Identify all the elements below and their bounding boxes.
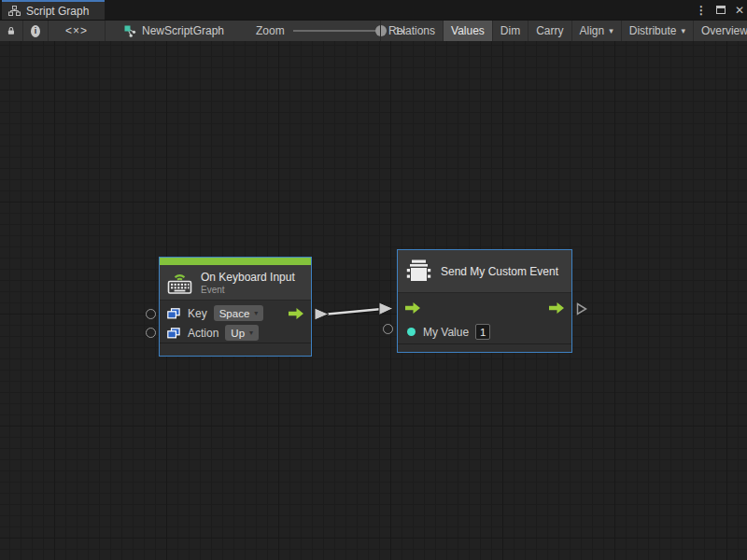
values-label: Values [451, 24, 485, 37]
node-header: Send My Custom Event [398, 250, 571, 293]
chevron-down-icon: ▾ [681, 26, 685, 35]
zoom-slider-track [293, 30, 387, 32]
node-footer [398, 343, 571, 352]
graph-name-group: NewScriptGraph [124, 21, 224, 41]
dim-label: Dim [500, 24, 520, 37]
custom-event-icon [405, 259, 432, 284]
zoom-slider[interactable] [293, 25, 387, 36]
key-dropdown[interactable]: Space ▾ [214, 305, 264, 321]
chevron-down-icon: ▾ [254, 309, 258, 317]
graph-name-label: NewScriptGraph [142, 24, 224, 37]
window-menu-icon[interactable]: ⋮ [696, 4, 707, 17]
relations-button[interactable]: Relations [380, 21, 444, 41]
align-label: Align [580, 24, 605, 37]
info-button[interactable]: i [23, 21, 48, 41]
values-button[interactable]: Values [444, 21, 493, 41]
key-dropdown-value: Space [219, 308, 250, 319]
chevron-down-icon: ▾ [249, 329, 253, 337]
dim-button[interactable]: Dim [493, 21, 529, 41]
my-value-input[interactable]: 1 [475, 324, 490, 340]
action-dropdown[interactable]: Up ▾ [225, 325, 259, 341]
clear-errors-button[interactable]: <×> [49, 21, 105, 41]
event-accent-bar [160, 258, 311, 265]
tab-script-graph[interactable]: Script Graph [2, 0, 105, 20]
maximize-icon[interactable] [716, 6, 726, 14]
variable-icon [167, 308, 180, 319]
script-graph-asset-icon [124, 25, 136, 37]
my-value-input-port[interactable] [383, 324, 393, 334]
graph-hierarchy-icon [8, 6, 21, 16]
overview-label: Overview [701, 24, 747, 37]
trigger-input-port[interactable] [405, 302, 420, 314]
action-port-row: Action Up ▾ [160, 323, 311, 343]
action-label: Action [188, 327, 218, 340]
node-title: On Keyboard Input [201, 271, 295, 284]
keyboard-target-port[interactable] [146, 309, 156, 319]
carry-button[interactable]: Carry [529, 21, 571, 41]
lock-button[interactable] [0, 21, 22, 41]
script-graph-window: Script Graph ⋮ ✕ i <×> [0, 0, 747, 560]
node-titles: On Keyboard Input Event [201, 271, 295, 295]
node-footer [160, 343, 311, 356]
toolbar-divider [105, 21, 106, 41]
node-body: Key Space ▾ Action [160, 301, 311, 343]
action-dropdown-value: Up [231, 328, 245, 339]
value-port-dot-icon[interactable] [407, 328, 416, 336]
overview-button[interactable]: Overview [694, 21, 747, 41]
connection-wire[interactable] [0, 41, 747, 560]
keyboard-target-port-2[interactable] [146, 328, 156, 338]
zoom-label: Zoom [256, 24, 285, 37]
relations-label: Relations [388, 24, 435, 37]
node-subtitle: Event [201, 285, 295, 295]
distribute-label: Distribute [629, 24, 677, 37]
carry-label: Carry [536, 24, 563, 37]
close-icon[interactable]: ✕ [735, 4, 744, 17]
view-buttons-cluster: Relations Values Dim Carry Align ▾ Distr… [380, 21, 747, 41]
trigger-output-port[interactable] [289, 308, 303, 319]
variable-icon [167, 328, 180, 339]
my-value-label: My Value [423, 326, 469, 339]
node-header: On Keyboard Input Event [160, 265, 311, 301]
node-send-my-custom-event[interactable]: Send My Custom Event My Value 1 [397, 249, 572, 353]
chevron-down-icon: ▾ [609, 26, 613, 35]
graph-toolbar: i <×> NewScriptGraph Zoom 1x [0, 20, 747, 41]
node-title: Send My Custom Event [441, 265, 558, 278]
lock-icon [7, 25, 15, 36]
node-on-keyboard-input[interactable]: On Keyboard Input Event Key Space ▾ [159, 257, 312, 357]
trigger-row [398, 296, 571, 320]
info-icon: i [31, 25, 40, 37]
tab-title: Script Graph [26, 5, 89, 18]
code-x-icon: <×> [65, 24, 88, 37]
node-body: My Value 1 [398, 293, 571, 343]
keyboard-event-icon [167, 272, 192, 294]
titlebar: Script Graph ⋮ ✕ [0, 0, 747, 20]
distribute-dropdown-button[interactable]: Distribute ▾ [622, 21, 694, 41]
key-port-row: Key Space ▾ [160, 303, 311, 323]
trigger-output-port[interactable] [549, 302, 564, 314]
my-value-port-row: My Value 1 [398, 320, 571, 343]
window-controls: ⋮ ✕ [696, 0, 744, 20]
graph-canvas[interactable]: On Keyboard Input Event Key Space ▾ [0, 41, 747, 560]
align-dropdown-button[interactable]: Align ▾ [572, 21, 622, 41]
custom-event-out-port[interactable] [576, 302, 587, 315]
key-label: Key [188, 307, 207, 320]
